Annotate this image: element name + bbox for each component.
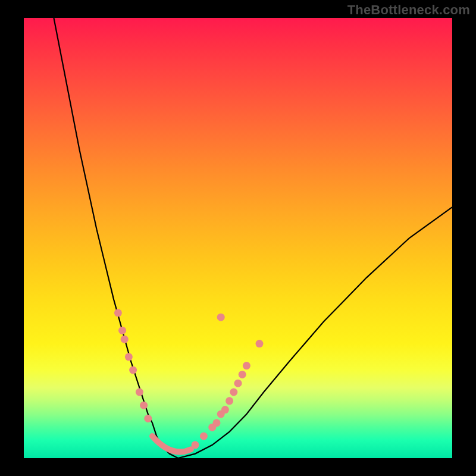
data-point [136,389,143,396]
data-point [200,433,208,440]
data-point [121,336,129,343]
data-point [213,419,221,427]
data-point [226,397,233,405]
valley-marker-band [152,436,191,452]
chart-svg [24,18,452,458]
data-point [192,441,199,449]
data-point [114,309,122,317]
plot-area [24,18,452,458]
data-point [118,327,126,334]
data-point [217,314,225,321]
watermark-text: TheBottleneck.com [347,2,470,18]
curve-line [54,18,452,458]
data-point [144,415,152,422]
data-point [221,406,229,414]
data-point [129,367,137,374]
chart-stage: TheBottleneck.com [0,0,476,476]
data-point [256,340,264,347]
data-point [125,353,133,361]
data-point [230,389,237,396]
data-point [234,380,242,387]
right-cluster-dots [192,314,264,449]
left-cluster-dots [114,309,152,422]
data-point [140,402,148,409]
data-point [243,362,250,369]
data-point [239,371,246,378]
